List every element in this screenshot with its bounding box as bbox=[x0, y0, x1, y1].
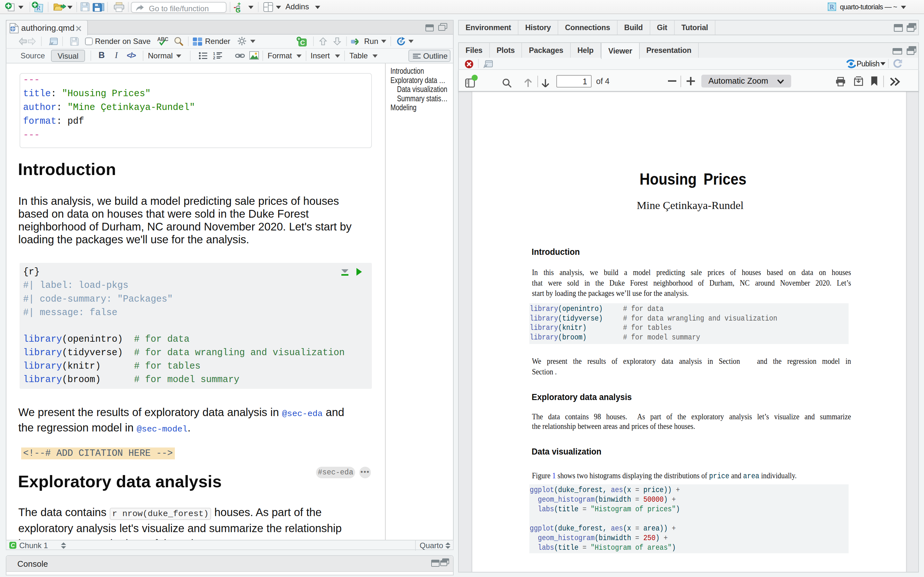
svg-text:1: 1 bbox=[213, 52, 215, 56]
svg-text:2: 2 bbox=[213, 56, 215, 60]
svg-text:ABC: ABC bbox=[157, 36, 168, 42]
svg-text:G: G bbox=[236, 7, 241, 13]
svg-text:R: R bbox=[830, 3, 834, 11]
